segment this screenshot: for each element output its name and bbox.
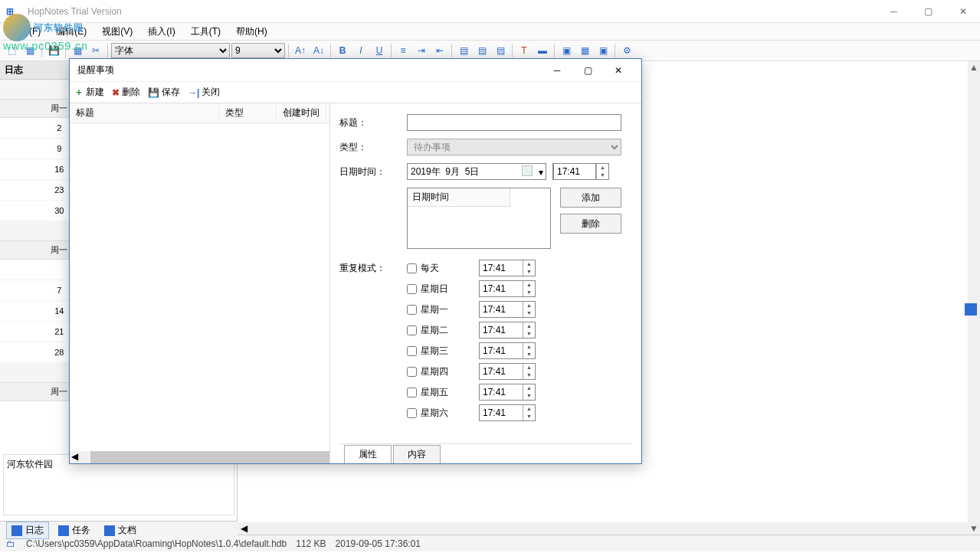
dialog-minimize-button[interactable]: ─ — [542, 60, 572, 81]
datetime-listbox[interactable]: 日期时间 — [407, 188, 551, 249]
status-path: C:\Users\pc0359\AppData\Roaming\HopNotes… — [26, 538, 287, 549]
type-select[interactable]: 待办事项 — [407, 139, 621, 155]
menu-file[interactable]: 文件(F) — [6, 24, 45, 40]
close-button[interactable]: ✕ — [946, 0, 980, 23]
tab-task[interactable]: 任务 — [54, 522, 95, 538]
cut-icon[interactable]: ✂ — [87, 42, 104, 59]
toolbar-icon-1[interactable]: ⬚ — [3, 42, 20, 59]
repeat-time-3[interactable] — [480, 322, 523, 338]
horizontal-scrollbar[interactable]: ◀▶ — [238, 522, 980, 535]
save-button[interactable]: 💾保存 — [148, 86, 180, 99]
tab-attributes[interactable]: 属性 — [344, 445, 392, 463]
save-icon[interactable]: 💾 — [45, 42, 62, 59]
outdent-icon[interactable]: ⇤ — [431, 42, 448, 59]
repeat-check-1[interactable]: 星期日 — [407, 283, 479, 296]
list-hscrollbar[interactable]: ◀ — [70, 451, 329, 463]
menu-view[interactable]: 视图(V) — [97, 24, 137, 40]
link-icon[interactable]: ▣ — [595, 42, 611, 59]
repeat-spinner-1[interactable]: ▲▼ — [523, 281, 535, 296]
align-left-icon[interactable]: ▤ — [455, 42, 472, 59]
dialog-title-bar: 提醒事项 ─ ▢ ✕ — [70, 59, 641, 82]
repeat-check-7[interactable]: 星期六 — [407, 407, 479, 420]
date-dropdown-icon[interactable]: ▾ — [539, 167, 543, 178]
repeat-check-0[interactable]: 每天 — [407, 262, 479, 275]
menu-edit[interactable]: 编辑(E) — [51, 24, 91, 40]
minimize-button[interactable]: ─ — [877, 0, 911, 23]
repeat-time-6[interactable] — [480, 384, 523, 400]
reminder-dialog: 提醒事项 ─ ▢ ✕ ＋新建 ✖删除 💾保存 →|关闭 标题 类型 创建时间 ◀… — [69, 58, 642, 464]
x-icon: ✖ — [112, 87, 120, 98]
main-title-bar: ⊞ HopNotes Trial Version ─ ▢ ✕ — [0, 0, 980, 23]
tab-diary[interactable]: 日志 — [6, 522, 49, 539]
reminder-list[interactable] — [70, 123, 329, 451]
add-button[interactable]: 添加 — [560, 188, 621, 208]
decrease-font-icon[interactable]: A↓ — [310, 42, 327, 59]
datetime-list-header: 日期时间 — [408, 188, 510, 207]
repeat-check-2[interactable]: 星期一 — [407, 303, 479, 316]
vertical-scrollbar[interactable]: ▲ ▼ — [968, 61, 980, 535]
bold-icon[interactable]: B — [334, 42, 351, 59]
close-arrow-icon: →| — [188, 87, 199, 98]
indent-icon[interactable]: ⇥ — [413, 42, 430, 59]
repeat-spinner-4[interactable]: ▲▼ — [523, 343, 535, 358]
list-icon[interactable]: ≡ — [395, 42, 411, 59]
time-spinner[interactable]: ▲▼ — [596, 164, 608, 179]
col-header-type[interactable]: 类型 — [219, 103, 277, 123]
menu-bar: 文件(F) 编辑(E) 视图(V) 插入(I) 工具(T) 帮助(H) — [0, 23, 980, 40]
toolbar-icon-4[interactable]: ▦ — [69, 42, 86, 59]
time-input[interactable] — [553, 163, 596, 180]
maximize-button[interactable]: ▢ — [911, 0, 946, 23]
label-title: 标题： — [339, 116, 407, 129]
repeat-time-0[interactable] — [480, 260, 523, 276]
repeat-spinner-7[interactable]: ▲▼ — [523, 405, 535, 420]
highlight-icon[interactable]: ▬ — [534, 42, 551, 59]
image-icon[interactable]: ▣ — [558, 42, 575, 59]
repeat-time-5[interactable] — [480, 364, 523, 379]
status-size: 112 KB — [296, 538, 326, 549]
col-header-created[interactable]: 创建时间 — [277, 103, 326, 123]
repeat-spinner-5[interactable]: ▲▼ — [523, 364, 535, 379]
toolbar-icon-2[interactable]: ▦ — [21, 42, 38, 59]
repeat-time-7[interactable] — [480, 405, 523, 420]
delete-button[interactable]: ✖删除 — [112, 86, 140, 99]
dialog-maximize-button[interactable]: ▢ — [572, 60, 603, 81]
repeat-check-5[interactable]: 星期四 — [407, 365, 479, 378]
align-center-icon[interactable]: ▤ — [474, 42, 490, 59]
close-dialog-button[interactable]: →|关闭 — [188, 86, 220, 99]
repeat-time-1[interactable] — [480, 281, 523, 296]
settings-icon[interactable]: ⚙ — [618, 42, 635, 59]
menu-help[interactable]: 帮助(H) — [231, 24, 272, 40]
italic-icon[interactable]: I — [352, 42, 369, 59]
dialog-title: 提醒事项 — [77, 64, 542, 77]
size-select[interactable]: 9 — [231, 43, 285, 58]
repeat-spinner-3[interactable]: ▲▼ — [523, 322, 535, 338]
menu-tools[interactable]: 工具(T) — [186, 24, 225, 40]
underline-icon[interactable]: U — [371, 42, 388, 59]
repeat-time-4[interactable] — [480, 343, 523, 358]
text-color-icon[interactable]: T — [516, 42, 533, 59]
repeat-spinner-0[interactable]: ▲▼ — [523, 260, 535, 276]
repeat-check-6[interactable]: 星期五 — [407, 386, 479, 399]
repeat-check-3[interactable]: 星期二 — [407, 324, 479, 337]
new-button[interactable]: ＋新建 — [74, 86, 104, 99]
title-input[interactable] — [407, 114, 621, 131]
tab-doc[interactable]: 文档 — [100, 522, 141, 538]
align-right-icon[interactable]: ▤ — [492, 42, 509, 59]
table-icon[interactable]: ▦ — [576, 42, 593, 59]
dialog-close-button[interactable]: ✕ — [603, 60, 634, 81]
font-select[interactable]: 字体 — [111, 43, 230, 58]
repeat-spinner-2[interactable]: ▲▼ — [523, 302, 535, 317]
col-header-title[interactable]: 标题 — [70, 103, 219, 123]
remove-button[interactable]: 删除 — [560, 214, 621, 234]
repeat-spinner-6[interactable]: ▲▼ — [523, 384, 535, 400]
calendar-icon[interactable] — [522, 165, 533, 176]
dialog-list-panel: 标题 类型 创建时间 ◀ — [70, 103, 330, 463]
tab-content[interactable]: 内容 — [393, 445, 441, 463]
repeat-check-4[interactable]: 星期三 — [407, 345, 479, 358]
increase-font-icon[interactable]: A↑ — [292, 42, 309, 59]
app-title: HopNotes Trial Version — [28, 6, 122, 17]
plus-icon: ＋ — [74, 86, 84, 99]
save-icon: 💾 — [148, 87, 159, 98]
repeat-time-2[interactable] — [480, 302, 523, 317]
menu-insert[interactable]: 插入(I) — [143, 24, 179, 40]
